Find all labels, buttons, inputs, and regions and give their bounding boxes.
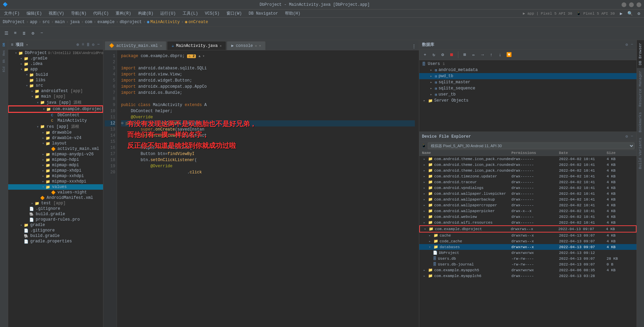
db-refresh[interactable]: ↻: [430, 51, 438, 58]
dfe-row-databases[interactable]: 📁databases drwxrwx--x 2022-04-13 09:07 4…: [419, 244, 637, 250]
db-item-android-metadata[interactable]: ⊞ android_metadata: [419, 67, 637, 73]
menu-code[interactable]: 代码(C): [90, 10, 112, 17]
dfe-settings[interactable]: ⚙: [625, 133, 629, 140]
dfe-row-users-db[interactable]: 🗄Users.db -rw-rw---- 2022-04-13 09:07 28…: [419, 256, 637, 261]
dfe-device-select[interactable]: 模拟器 Pixel_5_API_30 Android 11, API 30: [428, 142, 634, 149]
dfe-row-theme2[interactable]: 📁com.android.theme.icon_pack.rounded. dr…: [419, 162, 637, 168]
tab-console-dropdown[interactable]: ▾: [259, 44, 261, 48]
settings-global[interactable]: ⚙: [635, 10, 643, 17]
close-button[interactable]: [637, 2, 641, 7]
dfe-row-myappch5[interactable]: 📁com.example.myappch5 drwxrwxrwx 2022-04…: [419, 267, 637, 273]
tree-item-res[interactable]: 📁 res [app] 源根: [8, 123, 103, 130]
breadcrumb-app[interactable]: app: [30, 20, 37, 24]
tree-item-gradleprops[interactable]: 📄 gradle.properties: [8, 239, 103, 244]
dfe-row-code-cache[interactable]: 📁code_cache drwxrws--x 2022-04-13 09:07 …: [419, 238, 637, 244]
run-button[interactable]: ▶: [617, 10, 625, 17]
menu-navigate[interactable]: 导航(N): [68, 10, 89, 17]
tree-item-mainactivity[interactable]: C MainActivity: [8, 118, 103, 123]
tree-item-mipmap-xxhdpi[interactable]: 📁 mipmap-xxhdpi: [8, 173, 103, 179]
toolbar-minus[interactable]: −: [38, 30, 46, 37]
tree-item-build[interactable]: 📁 build: [8, 72, 103, 78]
tree-item-gradle-dot[interactable]: 📁 .gradle: [8, 56, 103, 61]
tab-close-activity-xml[interactable]: ✕: [160, 44, 162, 48]
tree-item-androidtest[interactable]: 📁 androidTest [app]: [8, 88, 103, 94]
tree-item-activity-main-xml[interactable]: 🔶 activity_main.xml: [8, 146, 103, 152]
tab-close-console[interactable]: ✕: [255, 44, 257, 48]
db-filter2[interactable]: 🔽: [505, 51, 513, 58]
dfe-row-example-dbproject[interactable]: 📁com.example.dbproject drwxrws--x 2022-0…: [419, 225, 637, 233]
tree-item-root-gitignore[interactable]: 📄 .gitignore: [8, 228, 103, 233]
menu-help[interactable]: 帮助(H): [282, 10, 303, 17]
tab-close-mainactivity[interactable]: ✕: [220, 44, 222, 48]
db-hide[interactable]: −: [630, 41, 634, 48]
db-item-sqlite-master[interactable]: ⊞ sqlite_master: [419, 79, 637, 85]
search-button[interactable]: 🔍: [626, 10, 634, 17]
project-panel-hide[interactable]: −: [97, 41, 100, 48]
db-settings[interactable]: ⚙: [625, 41, 629, 48]
sidebar-icon-db[interactable]: DB: [1, 41, 7, 48]
breadcrumb-dbproject2[interactable]: dbproject: [120, 20, 142, 24]
menu-window[interactable]: 窗口(W): [224, 10, 245, 17]
tree-item-mipmap-xhdpi[interactable]: 📁 mipmap-xhdpi: [8, 168, 103, 173]
toolbar-settings[interactable]: ⚙: [29, 30, 37, 37]
db-arrow[interactable]: →: [479, 51, 486, 58]
tree-item-root-buildgradle[interactable]: 🐘 build.gradle: [8, 233, 103, 239]
tree-item-mipmap-anydpi[interactable]: 📁 mipmap-anydpi-v26: [8, 152, 103, 157]
breadcrumb-com[interactable]: com: [85, 20, 92, 24]
tree-item-app[interactable]: 📁 app: [8, 67, 103, 72]
dfe-row-theme3[interactable]: 📁com.android.theme.icon_pack.rounded. dr…: [419, 168, 637, 173]
db-export[interactable]: ↑: [488, 51, 495, 58]
dfe-row-wifi[interactable]: 📁com.android.wifi.resources drwx------ 2…: [419, 220, 637, 225]
maximize-button[interactable]: [629, 2, 634, 7]
project-dropdown-arrow[interactable]: ▾: [26, 43, 28, 47]
dfe-row-wallpapercropper[interactable]: 📁com.android.wallpapercropper drwx------…: [419, 202, 637, 208]
tree-item-mipmap-xxxhdpi[interactable]: 📁 mipmap-xxxhdpi: [8, 179, 103, 184]
project-panel-collapse[interactable]: ≡: [81, 41, 85, 48]
db-stop[interactable]: ⏹: [448, 51, 455, 58]
dfe-hide[interactable]: −: [630, 133, 634, 140]
tree-item-dbproject[interactable]: 📁 DbProject D:\IntelliJ IDEA\AndroidProj…: [8, 50, 103, 56]
tree-item-proguard[interactable]: 📄 proguard-rules.pro: [8, 217, 103, 222]
tree-item-drawable-v24[interactable]: 📁 drawable-v24: [8, 135, 103, 141]
dfe-row-wallpaperbackup[interactable]: 📁com.android.wallpaperbackup drwx------ …: [419, 196, 637, 202]
breadcrumb-dbproject[interactable]: DbProject: [3, 20, 25, 24]
sidebar-icon-bookmarks[interactable]: Bk: [1, 58, 7, 65]
dfe-row-timezone[interactable]: 📁com.android.timezone.updater drwx------…: [419, 173, 637, 179]
tree-item-gitignore-app[interactable]: 📄 .gitignore: [8, 206, 103, 211]
breadcrumb-oncreate[interactable]: ◉ onCreate: [185, 19, 208, 24]
sidebar-icon-build[interactable]: Bld: [1, 66, 7, 73]
tab-console[interactable]: ▶ console ✕ ▾: [227, 41, 266, 50]
toolbar-btn-2[interactable]: ≡: [12, 30, 19, 37]
project-panel-options[interactable]: ≣: [86, 41, 90, 48]
breadcrumb-java[interactable]: java: [70, 20, 80, 24]
dfe-row-theme1[interactable]: 📁com.android.theme.icon_pack.rounded. dr…: [419, 156, 637, 162]
breadcrumb-mainactivity[interactable]: ◉ MainActivity: [147, 19, 180, 24]
tree-item-mipmap-mdpi[interactable]: 📁 mipmap-mdpi: [8, 162, 103, 168]
menu-build[interactable]: 构建(B): [135, 10, 156, 17]
tab-mainactivity-java[interactable]: ☕ MainActivity.java ✕: [167, 41, 226, 50]
tree-item-gradle[interactable]: 📁 gradle: [8, 222, 103, 228]
dfe-row-myapplch6[interactable]: 📁com.example.myapplch6 drwx------ 2022-0…: [419, 273, 637, 279]
tree-item-buildgradle-app[interactable]: 🐘 build.gradle: [8, 211, 103, 217]
db-add[interactable]: +: [421, 51, 429, 58]
tree-item-mipmap-hdpi[interactable]: 📁 mipmap-hdpi: [8, 157, 103, 162]
toolbar-btn-3[interactable]: ≣: [20, 30, 28, 37]
vert-tab-db-browser[interactable]: DB Browser: [637, 40, 644, 68]
dfe-row-webview[interactable]: 📁com.android.webview drwx------ 2022-04-…: [419, 214, 637, 220]
menu-refactor[interactable]: 重构(R): [113, 10, 134, 17]
dfe-row-livepicker[interactable]: 📁com.android.wallpaper.livepicker drwx--…: [419, 191, 637, 196]
vert-tab-resource-manager[interactable]: Resource Manager: [637, 68, 644, 109]
tree-item-drawable[interactable]: 📁 drawable: [8, 130, 103, 135]
db-import[interactable]: ↓: [496, 51, 504, 58]
tree-item-main[interactable]: 📁 main [app]: [8, 94, 103, 99]
breadcrumb-example[interactable]: example: [97, 20, 114, 24]
dfe-row-wallpaperpicker[interactable]: 📁com.android.wallpaperpicker drwx-x--x 2…: [419, 208, 637, 214]
db-edit[interactable]: ✏: [470, 51, 477, 58]
tree-item-dbcontect[interactable]: C DbContect: [8, 113, 103, 118]
dfe-row-cache[interactable]: 📁cache drwxrws--x 2022-04-13 09:07 4 KB: [419, 233, 637, 238]
tree-item-values-night[interactable]: 🔶 values-night: [8, 190, 103, 195]
db-item-pwd-tb[interactable]: ⊞ pwd_tb: [419, 73, 637, 79]
db-item-users-root[interactable]: 🗄 Users 1: [419, 61, 637, 67]
vert-tab-build-variants[interactable]: Build Variants: [637, 135, 644, 172]
db-item-sqlite-sequence[interactable]: ⊞ sqlite_sequence: [419, 85, 637, 91]
